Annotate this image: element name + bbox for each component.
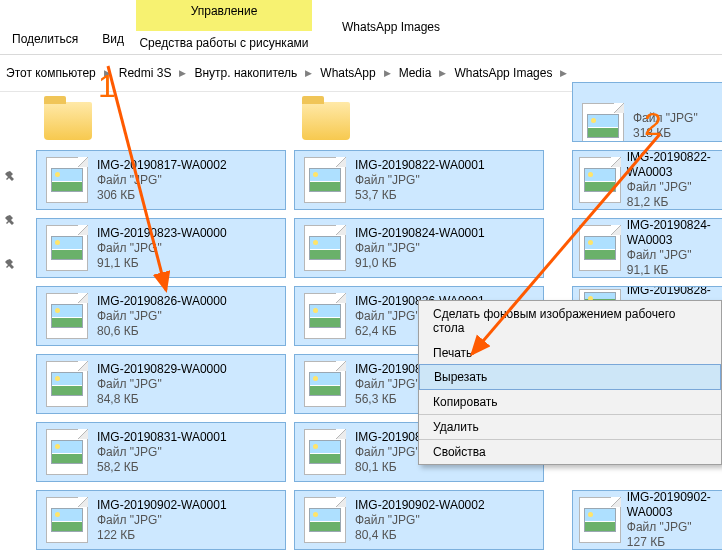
file-item[interactable]: IMG-20190902-WA0003Файл "JPG"127 КБ [572, 490, 722, 550]
image-file-icon [46, 225, 88, 271]
ctx-properties[interactable]: Свойства [419, 439, 721, 464]
image-file-icon [46, 429, 88, 475]
file-item[interactable]: IMG-20190902-WA0001Файл "JPG"122 КБ [36, 490, 286, 550]
annotation-number: 1 [98, 68, 116, 105]
image-file-icon [304, 225, 346, 271]
image-file-icon [304, 293, 346, 339]
image-file-icon [304, 157, 346, 203]
image-file-icon [46, 293, 88, 339]
share-tab[interactable]: Поделиться [0, 0, 90, 54]
file-type: Файл "JPG" [97, 513, 227, 528]
breadcrumb-item[interactable]: WhatsApp [316, 59, 379, 87]
file-type: Файл "JPG" [627, 520, 722, 535]
chevron-right-icon[interactable]: ▶ [301, 59, 316, 87]
file-type: Файл "JPG" [97, 377, 227, 392]
file-item[interactable]: IMG-20190829-WA0000Файл "JPG"84,8 КБ [36, 354, 286, 414]
ctx-delete[interactable]: Удалить [419, 414, 721, 439]
breadcrumb-item[interactable]: WhatsApp Images [450, 59, 556, 87]
image-file-icon [46, 361, 88, 407]
chevron-right-icon[interactable]: ▶ [556, 59, 571, 87]
share-tab-label: Поделиться [10, 26, 80, 52]
folder-icon [44, 102, 92, 140]
file-name: IMG-20190831-WA0001 [97, 430, 227, 445]
window-title: WhatsApp Images [312, 0, 440, 54]
breadcrumb-item[interactable]: Media [395, 59, 436, 87]
svg-line-6 [472, 134, 660, 354]
file-name: IMG-20190902-WA0003 [627, 490, 722, 520]
file-size: 84,8 КБ [97, 392, 227, 407]
file-type: Файл "JPG" [355, 513, 485, 528]
file-type: Файл "JPG" [97, 445, 227, 460]
image-file-icon [304, 361, 346, 407]
file-item[interactable]: IMG-20190831-WA0001Файл "JPG"58,2 КБ [36, 422, 286, 482]
svg-line-5 [108, 66, 166, 290]
file-type: Файл "JPG" [633, 111, 698, 126]
file-type: Файл "JPG" [97, 309, 227, 324]
quick-access-strip [0, 110, 20, 558]
file-name: IMG-20190829-WA0000 [97, 362, 227, 377]
annotation-number: 2 [644, 106, 662, 143]
image-file-icon [579, 497, 621, 543]
breadcrumb-item[interactable]: Внутр. накопитель [190, 59, 301, 87]
image-file-icon [46, 497, 88, 543]
picture-tools-tab[interactable]: Средства работы с рисунками [136, 31, 312, 54]
chevron-right-icon[interactable]: ▶ [380, 59, 395, 87]
image-file-icon [46, 157, 88, 203]
file-size: 127 КБ [627, 535, 722, 550]
image-file-icon [304, 429, 346, 475]
file-item[interactable]: IMG-20190902-WA0002Файл "JPG"80,4 КБ [294, 490, 544, 550]
file-size: 80,6 КБ [97, 324, 227, 339]
file-size: 80,4 КБ [355, 528, 485, 543]
ctx-copy[interactable]: Копировать [419, 389, 721, 414]
ribbon: Поделиться Вид Управление Средства работ… [0, 0, 722, 55]
annotation-arrow-icon [460, 130, 680, 360]
context-tab-group: Управление Средства работы с рисунками [136, 0, 312, 54]
file-size: 58,2 КБ [97, 460, 227, 475]
pin-icon [3, 258, 17, 272]
file-size: 122 КБ [97, 528, 227, 543]
file-name: IMG-20190902-WA0002 [355, 498, 485, 513]
pin-icon [3, 170, 17, 184]
chevron-right-icon[interactable]: ▶ [435, 59, 450, 87]
ctx-cut[interactable]: Вырезать [419, 364, 721, 390]
context-group-label: Управление [136, 0, 312, 22]
breadcrumb-item[interactable]: Этот компьютер [2, 59, 100, 87]
pin-icon [3, 214, 17, 228]
image-file-icon [304, 497, 346, 543]
file-name: IMG-20190902-WA0001 [97, 498, 227, 513]
folder-icon [302, 102, 350, 140]
view-tab-label: Вид [100, 26, 126, 52]
view-tab[interactable]: Вид [90, 0, 136, 54]
